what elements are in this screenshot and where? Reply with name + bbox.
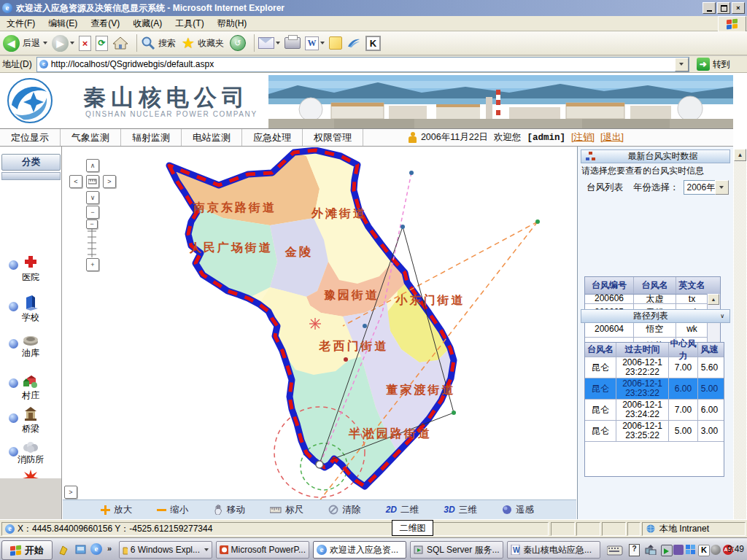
stop-button[interactable]: × (79, 36, 91, 51)
notes-button[interactable] (329, 36, 342, 50)
typhoon-hint: 请选择您要查看的台风实时信息 (581, 165, 704, 177)
tray-icon-5[interactable] (711, 545, 721, 555)
home-icon (112, 36, 128, 50)
page-scroll-up[interactable]: ▲ (734, 149, 746, 161)
sidebar-item-bridge[interactable]: 桥梁 (0, 406, 61, 435)
edit-word-button[interactable]: W (305, 36, 325, 50)
print-button[interactable] (285, 37, 301, 49)
menu-help[interactable]: 帮助(H) (211, 18, 254, 30)
collapse-icon[interactable]: ∨ (720, 313, 724, 319)
tray-msn-icon[interactable] (686, 545, 696, 555)
refresh-button[interactable]: ⟳ (96, 36, 108, 51)
quicklaunch-ie-icon[interactable]: e (90, 543, 102, 555)
map-tool-clear[interactable]: 清除 (328, 504, 360, 516)
map-area[interactable]: 南京东路街道 外滩街道 人民广场街道 金陵 豫园街道 小东门街道 老西门街道 董… (63, 147, 576, 499)
storm-row[interactable]: 200604悟空wk (585, 321, 708, 338)
map-zoom-slider[interactable] (86, 228, 98, 257)
tab-emergency[interactable]: 应急处理 (242, 129, 303, 146)
quicklaunch-icon-2[interactable] (74, 543, 87, 556)
path-row-selected[interactable]: 昆仑2006-12-123:23:226.005.00 (585, 378, 724, 400)
map-tool-ruler[interactable]: 标尺 (270, 504, 303, 516)
map-tool-3d[interactable]: 3D三维 (444, 504, 476, 516)
path-list-header[interactable]: 路径列表 ∨ (581, 309, 730, 323)
quicklaunch-chevron[interactable]: » (107, 544, 112, 553)
go-label[interactable]: 转到 (713, 58, 730, 71)
tray-sql-icon[interactable] (661, 545, 673, 556)
category-strip[interactable] (1, 172, 61, 180)
address-label: 地址(D) (2, 58, 32, 71)
address-dropdown-button[interactable] (675, 58, 689, 71)
tab-permission[interactable]: 权限管理 (303, 129, 363, 146)
menu-favorites[interactable]: 收藏(A) (126, 18, 169, 30)
help-tray-icon[interactable]: ? (629, 544, 640, 556)
map-expand-button[interactable]: > (64, 486, 77, 499)
quicklaunch-icon-1[interactable] (58, 543, 71, 556)
task-powerpoint[interactable]: Microsoft PowerP... (216, 541, 309, 559)
task-sql-server[interactable]: SQL Server 服务... (410, 541, 503, 559)
history-button[interactable]: ↺ (230, 35, 246, 51)
path-row[interactable]: 昆仑2006-12-123:25:225.003.00 (585, 421, 724, 442)
bridge-icon (22, 406, 39, 422)
powerpoint-icon (220, 545, 228, 555)
search-button[interactable]: 搜索 (141, 36, 177, 50)
favorites-button[interactable]: ★收藏夹 (182, 34, 225, 52)
sidebar-item-oil-depot[interactable]: 油库 (0, 335, 61, 359)
messenger-button[interactable] (347, 37, 361, 49)
tray-icon-2[interactable] (673, 545, 684, 555)
category-header[interactable]: 分类 (1, 154, 61, 171)
map-pan-left-button[interactable]: < (69, 175, 82, 188)
start-button[interactable]: 开始 (1, 540, 53, 560)
logout-link[interactable]: [注销] (571, 131, 595, 144)
tab-weather[interactable]: 气象监测 (61, 129, 121, 146)
map-pan-up-button[interactable]: ∧ (86, 159, 99, 172)
path-row[interactable]: 昆仑2006-12-123:24:227.006.00 (585, 400, 724, 421)
menu-edit[interactable]: 编辑(E) (42, 18, 84, 30)
task-ie-current[interactable]: e 欢迎进入应急资... (313, 541, 406, 559)
map-zoomout-button[interactable]: − (86, 206, 99, 219)
map-tool-2d[interactable]: 2D二维 (386, 504, 419, 516)
sidebar-item-school[interactable]: 学校 (0, 295, 61, 324)
page-scrollbar[interactable]: ▲ ▼ (734, 149, 746, 560)
path-row[interactable]: 昆仑2006-12-123:22:227.005.60 (585, 357, 724, 378)
exit-link[interactable]: [退出] (600, 131, 624, 144)
map-zoomin-button[interactable]: + (86, 258, 99, 271)
back-button[interactable]: ◀后退 (3, 35, 47, 52)
task-windows-explorer[interactable]: 6 Windows Expl... (119, 541, 212, 559)
map-toolbar: 放大 缩小 移动 标尺 清除 2D二维 3D三维 遥感 (63, 499, 576, 519)
sidebar-item-village[interactable]: 村庄 (0, 373, 61, 402)
tab-location[interactable]: 定位显示 (0, 129, 61, 146)
map-ruler-button[interactable] (86, 175, 99, 188)
mail-button[interactable] (258, 37, 280, 49)
kaspersky-button[interactable]: K (365, 36, 381, 51)
restore-button[interactable] (717, 2, 730, 14)
display-tray-icon[interactable] (645, 545, 657, 555)
map-tool-zoomout[interactable]: 缩小 (157, 504, 188, 516)
scroll-up-button[interactable]: ▲ (708, 294, 719, 305)
menu-view[interactable]: 查看(V) (84, 18, 126, 30)
forward-button[interactable]: ▶ (52, 35, 74, 52)
map-tool-zoomin[interactable]: 放大 (101, 504, 132, 516)
typhoon-panel-header[interactable]: 最新台风实时数据 (581, 149, 730, 163)
map-pan-down-button[interactable]: ∨ (86, 191, 99, 204)
go-icon[interactable]: ➜ (697, 58, 710, 71)
menu-file[interactable]: 文件(F) (0, 18, 42, 30)
tab-radiation[interactable]: 辐射监测 (121, 129, 182, 146)
home-button[interactable] (112, 36, 128, 50)
map-tool-pan[interactable]: 移动 (214, 504, 245, 516)
tab-station[interactable]: 电站监测 (182, 129, 242, 146)
tray-kaspersky-icon[interactable]: K (698, 545, 710, 556)
menu-tools[interactable]: 工具(T) (169, 18, 210, 30)
sidebar-item-hospital[interactable]: 医院 (0, 254, 61, 284)
storm-row[interactable]: 200606太虚tx (585, 295, 708, 304)
map-pan-right-button[interactable]: > (103, 175, 116, 188)
keyboard-tray-icon[interactable] (607, 545, 623, 556)
task-word-doc[interactable]: W 秦山核电站应急... (507, 541, 600, 559)
sidebar-item-fire-station[interactable]: 消防所 (0, 441, 61, 466)
year-dropdown-button[interactable] (715, 180, 729, 195)
fire-station-icon (22, 441, 39, 453)
minimize-button[interactable] (703, 2, 716, 14)
year-select[interactable]: 2006年 (684, 180, 729, 195)
address-input[interactable]: e http://localhost/QSgridwebgis/default.… (36, 57, 689, 72)
close-button[interactable]: × (732, 2, 745, 14)
map-tool-remote[interactable]: 遥感 (502, 504, 534, 516)
